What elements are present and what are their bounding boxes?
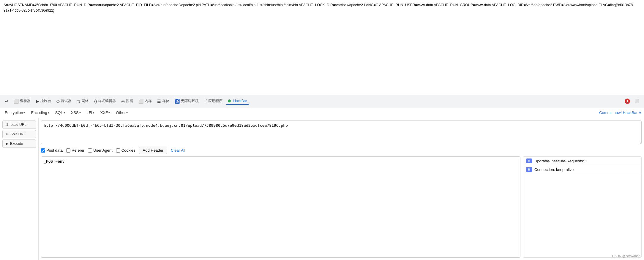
performance-icon: ◎	[121, 99, 125, 104]
hackbar-dot	[228, 99, 231, 102]
devtools-right-section: 1 ⬜	[625, 98, 642, 104]
sql-chevron: ▾	[64, 111, 65, 114]
storage-label: 存储	[162, 99, 169, 104]
back-icon: ↩	[5, 99, 8, 104]
add-header-label: Add Header	[143, 148, 163, 153]
url-input[interactable]	[41, 121, 642, 144]
other-label: Other	[116, 110, 126, 115]
hackbar-content-area: Post data Referer User Agent Cookies Add…	[39, 118, 644, 260]
devtools-tab-performance[interactable]: ◎ 性能	[119, 97, 135, 105]
load-url-icon: ⬇	[6, 123, 9, 127]
post-data-checkbox-label[interactable]: Post data	[41, 148, 63, 153]
watermark: CSDN @scrawman	[612, 254, 640, 258]
devtools-dock-button[interactable]: ⬜	[632, 98, 642, 104]
xss-chevron: ▾	[79, 111, 81, 114]
devtools-tab-accessibility[interactable]: ♿ 无障碍环境	[172, 97, 201, 105]
add-header-button[interactable]: Add Header	[139, 147, 167, 154]
post-data-area	[41, 156, 520, 258]
xss-label: XSS	[71, 110, 79, 115]
post-data-checkbox[interactable]	[41, 148, 45, 153]
menu-xxe[interactable]: XXE ▾	[98, 109, 112, 116]
cookies-checkbox[interactable]	[116, 148, 120, 153]
debugger-label: 调试器	[61, 99, 72, 104]
bottom-section: H Upgrade-Insecure-Requests: 1 H Connect…	[41, 156, 642, 258]
memory-icon: ⬜	[138, 99, 143, 104]
hackbar-sidebar: ⬇ Load URL ✂ Split URL ▶ Execute	[0, 118, 39, 260]
header-value-0: Upgrade-Insecure-Requests: 1	[534, 159, 587, 163]
lfi-label: LFI	[87, 110, 92, 115]
execute-icon: ▶	[6, 142, 8, 146]
devtools-toolbar: ↩ ⬜ 查看器 ▶ 控制台 ◇ 调试器 ⇅ 网络 {} 样式编辑器 ◎ 性能 ⬜…	[0, 95, 644, 107]
devtools-tab-inspector[interactable]: ⬜ 查看器	[11, 97, 33, 105]
clear-all-label: Clear All	[171, 148, 185, 153]
load-url-button[interactable]: ⬇ Load URL	[2, 121, 36, 129]
devtools-tab-storage[interactable]: ☰ 存储	[155, 97, 172, 105]
hackbar-main-area: ⬇ Load URL ✂ Split URL ▶ Execute Post da…	[0, 118, 644, 260]
devtools-tab-network[interactable]: ⇅ 网络	[75, 97, 91, 105]
application-icon: ⠿	[204, 99, 207, 104]
inspector-icon: ⬜	[14, 99, 19, 104]
network-label: 网络	[82, 99, 89, 104]
storage-icon: ☰	[157, 99, 161, 104]
hackbar-label: HackBar	[233, 99, 247, 103]
xxe-label: XXE	[100, 110, 108, 115]
referer-checkbox-label[interactable]: Referer	[66, 148, 84, 153]
error-count-badge[interactable]: 1	[625, 99, 630, 104]
post-data-input[interactable]	[41, 156, 520, 258]
referer-checkbox[interactable]	[66, 148, 70, 153]
menu-encoding[interactable]: Encoding ▾	[29, 109, 51, 116]
header-row-1: H Connection: keep-alive	[523, 165, 641, 174]
headers-panel: H Upgrade-Insecure-Requests: 1 H Connect…	[523, 156, 642, 258]
encryption-chevron: ▾	[23, 111, 25, 114]
other-chevron: ▾	[126, 111, 128, 114]
memory-label: 内存	[145, 99, 152, 104]
performance-label: 性能	[126, 99, 133, 104]
execute-label: Execute	[10, 142, 23, 146]
commit-button[interactable]: Commit now! HackBar ∨	[599, 110, 642, 115]
encoding-label: Encoding	[31, 110, 47, 115]
split-url-label: Split URL	[10, 132, 26, 136]
devtools-tab-hackbar[interactable]: HackBar	[225, 98, 249, 105]
style-editor-icon: {}	[94, 99, 97, 104]
user-agent-checkbox[interactable]	[88, 148, 92, 153]
lfi-chevron: ▾	[93, 111, 94, 114]
style-editor-label: 样式编辑器	[98, 99, 116, 104]
devtools-tab-application[interactable]: ⠿ 应用程序	[202, 97, 225, 105]
console-label: 控制台	[40, 99, 51, 104]
devtools-tab-console[interactable]: ▶ 控制台	[34, 97, 53, 105]
referer-label: Referer	[72, 148, 84, 153]
sql-label: SQL	[55, 110, 63, 115]
dock-icon: ⬜	[635, 99, 639, 103]
hackbar-menu-toolbar: Encryption ▾ Encoding ▾ SQL ▾ XSS ▾ LFI …	[0, 107, 644, 118]
menu-encryption[interactable]: Encryption ▾	[2, 109, 27, 116]
menu-lfi[interactable]: LFI ▾	[84, 109, 97, 116]
split-url-button[interactable]: ✂ Split URL	[2, 130, 36, 138]
application-label: 应用程序	[208, 99, 222, 104]
menu-xss[interactable]: XSS ▾	[69, 109, 83, 116]
menu-sql[interactable]: SQL ▾	[53, 109, 67, 116]
top-content-area: ArrayHOSTNAME=450cb8a1f760 APACHE_RUN_DI…	[0, 0, 644, 95]
encoding-chevron: ▾	[48, 111, 49, 114]
execute-button[interactable]: ▶ Execute	[2, 139, 36, 148]
menu-other[interactable]: Other ▾	[113, 109, 130, 116]
clear-all-button[interactable]: Clear All	[171, 148, 185, 153]
environment-output: ArrayHOSTNAME=450cb8a1f760 APACHE_RUN_DI…	[4, 3, 634, 12]
devtools-tab-style-editor[interactable]: {} 样式编辑器	[92, 97, 118, 105]
header-key-0: H	[526, 158, 532, 163]
accessibility-icon: ♿	[175, 99, 180, 104]
cookies-label: Cookies	[121, 148, 135, 153]
split-url-icon: ✂	[6, 132, 9, 136]
xxe-chevron: ▾	[108, 111, 110, 114]
load-url-label: Load URL	[10, 123, 26, 127]
encryption-label: Encryption	[5, 110, 23, 115]
user-agent-label: User Agent	[93, 148, 112, 153]
devtools-back-button[interactable]: ↩	[2, 98, 11, 105]
devtools-tab-debugger[interactable]: ◇ 调试器	[54, 97, 74, 105]
inspector-label: 查看器	[20, 99, 31, 104]
post-data-label: Post data	[46, 148, 63, 153]
accessibility-label: 无障碍环境	[181, 99, 199, 104]
user-agent-checkbox-label[interactable]: User Agent	[88, 148, 112, 153]
header-key-1: H	[526, 167, 532, 172]
devtools-tab-memory[interactable]: ⬜ 内存	[136, 97, 154, 105]
cookies-checkbox-label[interactable]: Cookies	[116, 148, 135, 153]
